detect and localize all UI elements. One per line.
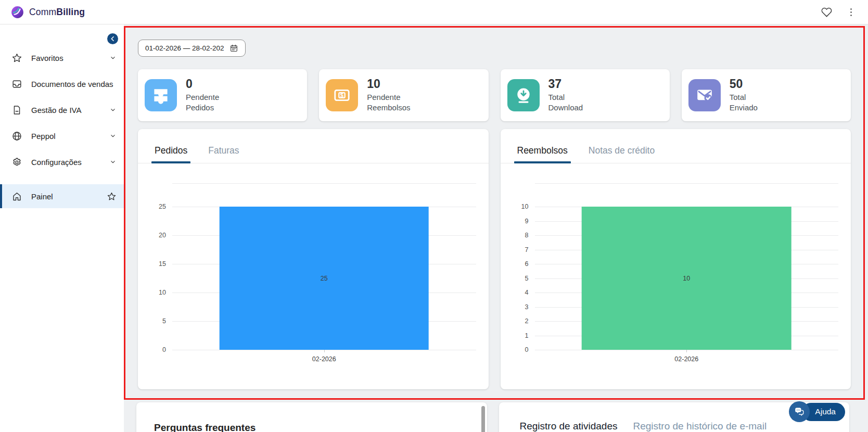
bar-value-label: 10 [683,275,690,282]
document-icon [11,105,22,116]
scrollbar[interactable] [481,406,485,432]
chevron-down-icon [109,158,117,166]
y-tick-label: 5 [143,317,166,325]
tab-notas-de-credito[interactable]: Notas de crédito [588,139,656,163]
globe-icon [11,131,22,142]
stat-label: TotalDownload [548,92,583,113]
y-tick-label: 0 [506,346,529,353]
stat-value: 10 [367,78,410,91]
x-axis: 02-2026 [535,350,839,371]
stats-row: 0PendentePedidos$10PendenteReembolsos37T… [138,69,851,121]
y-tick-label: 7 [506,246,529,253]
sidebar-item-label: Painel [31,192,53,201]
sidebar-collapse-button[interactable] [107,33,118,44]
stat-text: 10PendenteReembolsos [367,78,410,113]
y-tick-label: 10 [506,203,529,210]
y-axis: 012345678910 [506,183,529,350]
gridline [535,183,839,184]
chart-bar[interactable]: 25 [219,207,429,350]
calendar-icon [229,44,238,53]
app-logo[interactable]: CommBilling [10,5,85,19]
sidebar-menu: FavoritosDocumentos de vendasGestão de I… [0,45,124,175]
sidebar: FavoritosDocumentos de vendasGestão de I… [0,24,124,432]
star-icon [11,53,22,63]
tab-reembolsos[interactable]: Reembolsos [516,139,569,163]
plot-area: 25 [172,183,476,350]
y-tick-label: 20 [143,232,166,239]
x-tick [686,350,687,352]
bar-value-label: 25 [321,275,328,282]
y-axis: 0510152025 [143,183,166,350]
y-tick-label: 8 [506,232,529,239]
chart-panel-pedidos: PedidosFaturas05101520252502-2026 [138,129,489,389]
gridline [172,183,476,184]
stat-card-total-enviado[interactable]: 50TotalEnviado [682,69,851,121]
y-tick-label: 3 [506,303,529,311]
date-range-picker[interactable]: 01-02-2026 — 28-02-202 [138,40,246,57]
tab-pedidos[interactable]: Pedidos [154,139,188,163]
svg-text:$: $ [340,92,344,98]
sidebar-item-painel[interactable]: Painel [0,184,124,208]
header-actions [821,7,857,18]
star-icon[interactable] [107,192,117,201]
chart-panel-reembolsos: ReembolsosNotas de crédito01234567891010… [501,129,851,389]
gear-icon [11,157,22,168]
sidebar-item-label: Favoritos [31,54,63,62]
tab-registro-de-atividades[interactable]: Registro de atividades [520,421,618,432]
heart-icon[interactable] [821,7,832,18]
faq-panel: Perguntas frequentes [136,402,487,432]
y-tick-label: 15 [143,260,166,268]
y-tick-label: 2 [506,317,529,325]
sidebar-item-configuracoes[interactable]: Configurações [0,149,124,175]
banknote-icon: $ [326,79,358,111]
y-tick-label: 25 [143,203,166,210]
sidebar-item-label: Peppol [31,132,56,141]
sidebar-item-label: Configurações [31,158,82,167]
help-button[interactable]: Ajuda [789,401,845,422]
tab-faturas[interactable]: Faturas [207,139,240,163]
faq-title: Perguntas frequentes [136,402,487,432]
date-range-value: 01-02-2026 — 28-02-202 [145,44,224,52]
mailcheck-icon [688,79,721,111]
panel-tabs: ReembolsosNotas de crédito [501,139,851,163]
brand-name: CommBilling [29,7,85,18]
sidebar-item-gestao-de-iva[interactable]: Gestão de IVA [0,97,124,123]
x-tick [324,350,325,352]
y-tick-label: 5 [506,275,529,282]
top-app-bar: CommBilling [0,0,868,24]
stat-card-total-download[interactable]: 37TotalDownload [501,69,670,121]
stat-text: 37TotalDownload [548,78,583,113]
chevron-left-icon [109,35,117,43]
y-tick-label: 0 [143,346,166,353]
home-icon [11,191,22,202]
inbox-icon [11,79,22,90]
chevron-down-icon [109,106,117,113]
chart-bar[interactable]: 10 [582,207,792,350]
chevron-down-icon [109,132,117,139]
y-tick-label: 4 [506,289,529,296]
tab-registro-de-historico-de-e-mail[interactable]: Registro de histórico de e-mail [633,421,767,432]
bar-chart: 05101520252502-2026 [143,183,476,381]
bottom-row: Perguntas frequentes Registro de ativida… [136,402,849,432]
archive-icon [145,79,177,111]
y-tick-label: 9 [506,218,529,225]
stat-card-pendente-reembolsos[interactable]: $10PendenteReembolsos [319,69,488,121]
stat-text: 0PendentePedidos [186,78,219,113]
highlight-region: 01-02-2026 — 28-02-202 0PendentePedidos$… [124,26,865,400]
stat-text: 50TotalEnviado [730,78,758,113]
stat-label: PendentePedidos [186,92,219,113]
sidebar-item-peppol[interactable]: Peppol [0,123,124,149]
sidebar-item-documentos-de-vendas[interactable]: Documentos de vendas [0,71,124,97]
stat-value: 0 [186,78,219,91]
dashboard-main: 01-02-2026 — 28-02-202 0PendentePedidos$… [124,24,868,432]
kebab-menu-icon[interactable] [846,7,857,18]
x-axis-label: 02-2026 [172,355,476,363]
sidebar-item-label: Documentos de vendas [31,80,113,88]
chevron-down-icon [109,54,117,61]
commbilling-logo-icon [10,5,24,19]
sidebar-item-favoritos[interactable]: Favoritos [0,45,124,71]
charts-row: PedidosFaturas05101520252502-2026Reembol… [138,129,851,389]
stat-label: TotalEnviado [730,92,758,113]
stat-card-pendente-pedidos[interactable]: 0PendentePedidos [138,69,307,121]
x-axis: 02-2026 [172,350,476,371]
